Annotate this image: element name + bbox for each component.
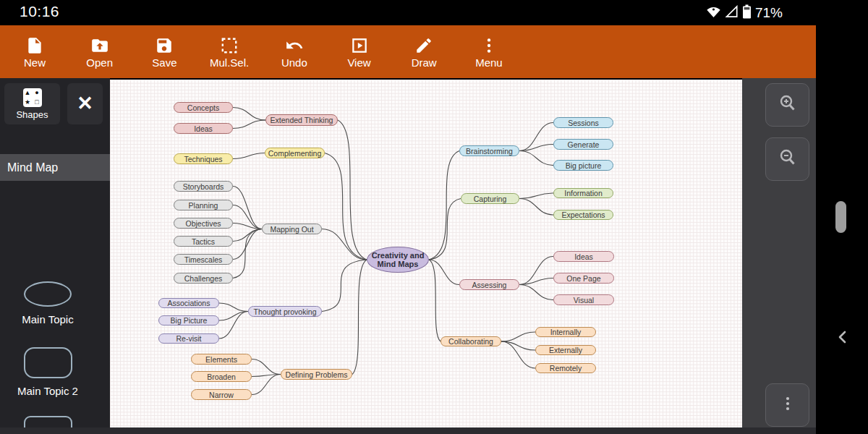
shape-template-main-topic-2[interactable]: Main Topic 2 — [0, 347, 95, 397]
mindmap-node-ideas_r[interactable]: Ideas — [553, 251, 614, 262]
open-folder-icon — [90, 36, 109, 55]
mindmap-node-internally[interactable]: Internally — [535, 327, 596, 337]
status-icons: 71% — [706, 4, 783, 22]
mindmap-node-bigpicture_r[interactable]: Big picture — [553, 160, 613, 171]
mindmap-edge — [252, 375, 281, 377]
back-chevron-icon[interactable] — [835, 327, 850, 347]
toolbar-button-save[interactable]: Save — [135, 25, 193, 78]
mindmap-node-remotely[interactable]: Remotely — [535, 363, 596, 373]
mindmap-node-broaden[interactable]: Broaden — [191, 371, 252, 382]
toolbar-button-label: Mul.Sel. — [210, 57, 249, 68]
toolbar-button-new[interactable]: New — [6, 25, 64, 78]
more-options-button[interactable] — [765, 383, 809, 427]
right-tool-panel — [742, 78, 816, 427]
mindmap-edge — [322, 260, 367, 312]
mindmap-node-information[interactable]: Information — [553, 188, 613, 198]
mindmap-node-sessions[interactable]: Sessions — [553, 117, 613, 128]
toolbar-button-label: New — [24, 57, 46, 68]
mindmap-node-collaborating[interactable]: Collaborating — [441, 336, 501, 346]
mindmap-node-thought[interactable]: Thought provoking — [248, 306, 322, 317]
mindmap-node-defining[interactable]: Defining Problems — [281, 369, 352, 380]
mindmap-node-tactics[interactable]: Tactics — [174, 236, 233, 247]
mindmap-edge — [429, 199, 461, 260]
rounded-rect-shape-icon — [24, 347, 72, 378]
save-floppy-icon — [155, 36, 174, 55]
mindmap-edge — [219, 312, 248, 339]
mindmap-edge — [219, 312, 248, 321]
mindmap-node-center[interactable]: Creativity andMind Maps — [367, 247, 429, 273]
mindmap-node-generate[interactable]: Generate — [553, 139, 613, 150]
toolbar-button-menu[interactable]: Menu — [460, 25, 518, 78]
shapes-palette-icon: ▲●★□ — [23, 88, 42, 107]
mindmap-node-challenges[interactable]: Challenges — [174, 273, 233, 284]
toolbar-button-draw[interactable]: Draw — [395, 25, 453, 78]
mindmap-edge — [219, 303, 248, 312]
app-screen: 10:16 71% NewOpenSaveMul.Sel.UndoViewDra… — [0, 0, 868, 434]
mindmap-node-objectives[interactable]: Objectives — [174, 218, 233, 229]
shape-template-label: Main Topic — [22, 313, 73, 326]
mindmap-edge — [233, 229, 262, 278]
wifi-icon — [706, 5, 721, 21]
mindmap-node-mapping[interactable]: Mapping Out — [262, 224, 322, 234]
mindmap-node-timescales[interactable]: Timescales — [174, 254, 233, 265]
toolbar-button-label: View — [347, 57, 370, 68]
mindmap-node-label-line: Creativity and — [372, 251, 425, 260]
undo-arrow-icon — [285, 36, 304, 55]
toolbar-button-open[interactable]: Open — [71, 25, 129, 78]
toolbar-items: NewOpenSaveMul.Sel.UndoViewDrawMenu — [6, 25, 518, 78]
toolbar-button-label: Draw — [412, 57, 437, 68]
shapes-button[interactable]: ▲●★□ Shapes — [4, 83, 60, 124]
mindmap-edge — [429, 260, 441, 341]
shape-template-main-topic[interactable]: Main Topic — [0, 281, 95, 326]
status-bar: 10:16 71% — [0, 0, 868, 25]
mindmap-node-elements[interactable]: Elements — [191, 354, 252, 365]
multi-select-icon — [220, 36, 239, 55]
zoom-in-button[interactable] — [765, 83, 809, 127]
mindmap-node-onepage[interactable]: One Page — [553, 273, 614, 284]
toolbar-button-label: Menu — [475, 57, 503, 68]
mindmap-edge — [352, 260, 367, 375]
mindmap-node-concepts[interactable]: Concepts — [174, 102, 233, 113]
mindmap-node-complementing[interactable]: Complementing — [265, 148, 325, 158]
mindmap-edge — [429, 260, 459, 285]
zoom-in-icon — [778, 93, 798, 116]
toolbar-button-view[interactable]: View — [331, 25, 388, 78]
overflow-menu-icon — [480, 36, 498, 55]
view-play-icon — [350, 36, 369, 55]
mindmap-node-bigpicture_l[interactable]: Big Picture — [158, 315, 219, 326]
mindmap-node-narrow[interactable]: Narrow — [191, 389, 252, 400]
mindmap-node-brainstorming[interactable]: Brainstorming — [459, 145, 519, 156]
mindmap-edge — [233, 229, 262, 242]
shape-section-title: Mind Map — [0, 154, 110, 181]
close-sidebar-button[interactable]: ✕ — [67, 83, 103, 124]
mindmap-node-expectations[interactable]: Expectations — [553, 210, 613, 220]
toolbar-button-mulsel[interactable]: Mul.Sel. — [200, 25, 258, 78]
mindmap-edge — [233, 187, 262, 229]
mindmap-edge — [429, 151, 459, 260]
mindmap-node-capturing[interactable]: Capturing — [461, 193, 519, 204]
mindmap-node-planning[interactable]: Planning — [174, 200, 233, 210]
mindmap-node-storyboards[interactable]: Storyboards — [174, 181, 233, 192]
scrollbar-pill[interactable] — [835, 201, 846, 233]
toolbar-button-undo[interactable]: Undo — [265, 25, 323, 78]
mindmap-node-ideas_l[interactable]: Ideas — [174, 123, 233, 134]
mindmap-edge — [519, 278, 553, 285]
mindmap-edge — [501, 341, 535, 350]
mindmap-node-externally[interactable]: Externally — [535, 345, 596, 355]
mindmap-node-extended[interactable]: Extended Thinking — [265, 114, 338, 126]
mindmap-node-associations[interactable]: Associations — [158, 298, 219, 308]
mindmap-canvas[interactable]: Creativity andMind MapsConceptsIdeasExte… — [110, 80, 742, 427]
clock: 10:16 — [20, 3, 59, 20]
mindmap-edge — [233, 153, 265, 159]
mindmap-node-revisit[interactable]: Re-visit — [158, 333, 219, 344]
mindmap-edge — [519, 151, 553, 166]
mindmap-node-techniques[interactable]: Techniques — [174, 153, 233, 164]
zoom-out-button[interactable] — [765, 137, 809, 181]
mindmap-node-visual[interactable]: Visual — [553, 294, 614, 305]
zoom-out-icon — [778, 148, 798, 171]
toolbar-button-label: Open — [86, 57, 113, 68]
mindmap-edge — [252, 375, 281, 395]
mindmap-node-assessing[interactable]: Assessing — [459, 279, 519, 290]
mindmap-edge — [519, 123, 553, 151]
overflow-menu-icon — [778, 394, 797, 416]
